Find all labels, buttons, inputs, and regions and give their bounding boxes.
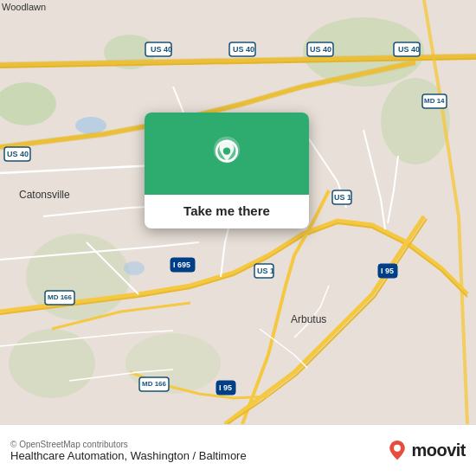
popup-header	[145, 113, 309, 195]
svg-rect-20	[45, 291, 74, 305]
location-info: © OpenStreetMap contributors Healthcare …	[10, 440, 247, 462]
svg-point-26	[223, 147, 230, 154]
svg-point-4	[9, 329, 95, 398]
location-name-text: Healthcare Automation,	[10, 449, 127, 462]
moovit-brand-text: moovit	[411, 441, 466, 460]
svg-rect-13	[394, 42, 420, 56]
svg-point-9	[124, 261, 145, 275]
location-region-text: Washington / Baltimore	[131, 449, 247, 462]
svg-rect-18	[378, 264, 397, 278]
svg-rect-11	[229, 42, 255, 56]
copyright-text: © OpenStreetMap contributors	[10, 440, 247, 449]
svg-point-27	[394, 444, 401, 451]
svg-rect-14	[4, 147, 30, 161]
svg-rect-22	[422, 94, 447, 108]
svg-rect-12	[307, 42, 333, 56]
svg-rect-21	[139, 377, 169, 391]
location-popup[interactable]: Take me there	[145, 113, 309, 228]
location-pin-icon	[208, 135, 246, 173]
svg-rect-15	[332, 190, 351, 204]
moovit-pin-icon	[387, 441, 408, 461]
bottom-bar: © OpenStreetMap contributors Healthcare …	[0, 424, 476, 476]
moovit-logo: moovit	[387, 441, 466, 461]
svg-rect-10	[145, 42, 171, 56]
svg-rect-17	[170, 258, 195, 272]
map-container: Woodlawn Catonsville Arbutus US 40 US 40…	[0, 0, 476, 424]
location-name: Healthcare Automation, Washington / Balt…	[10, 449, 247, 462]
take-me-there-button[interactable]: Take me there	[145, 195, 309, 228]
svg-rect-19	[216, 381, 235, 395]
svg-rect-16	[254, 264, 273, 278]
